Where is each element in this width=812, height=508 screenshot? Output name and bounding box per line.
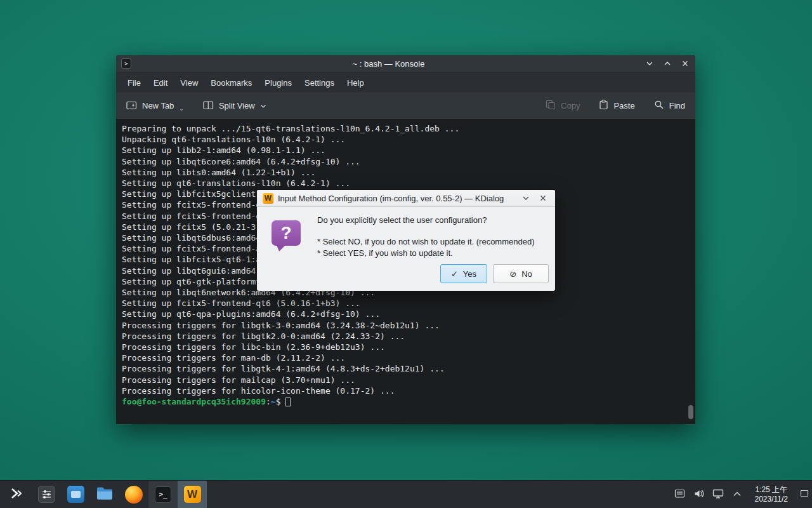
taskbar: >_ W (0, 480, 812, 508)
pinned-app-button[interactable] (61, 481, 90, 508)
terminal-line: Processing triggers for mailcap (3.70+nm… (122, 375, 690, 385)
notifications-icon (674, 488, 685, 501)
split-view-chevron-icon (260, 101, 266, 110)
system-tray: 1:25 上午 2023/11/2 (671, 481, 812, 508)
paste-label: Paste (613, 101, 634, 110)
terminal-line: Unpacking qt6-translations-l10n (6.4.2-1… (122, 134, 690, 145)
prompt-path: ~ (271, 397, 276, 406)
display-button[interactable] (709, 481, 727, 508)
display-icon (712, 488, 724, 501)
paste-button[interactable]: Paste (599, 100, 634, 112)
kdialog-close-button[interactable] (537, 194, 549, 202)
copy-button[interactable]: Copy (546, 100, 580, 112)
kdialog-button-row: ✓ Yes ⊘ No (440, 264, 549, 283)
new-tab-label: New Tab (142, 101, 174, 110)
yes-button[interactable]: ✓ Yes (440, 264, 487, 283)
volume-button[interactable] (690, 481, 708, 508)
split-view-label: Split View (219, 101, 255, 110)
search-icon (654, 100, 664, 112)
prompt-symbol: $ (276, 397, 281, 406)
menu-file[interactable]: File (121, 74, 147, 91)
kdialog-body: ? Do you explicitly select the user conf… (257, 207, 555, 291)
find-label: Find (669, 101, 685, 110)
konsole-titlebar[interactable]: > ~ : bash — Konsole (116, 55, 695, 72)
kdialog-titlebar[interactable]: W Input Method Configuration (im-config,… (257, 190, 555, 207)
terminal-scrollbar-thumb[interactable] (688, 405, 693, 419)
tray-expander-button[interactable] (728, 481, 746, 508)
terminal-line: Setting up libqt6core6:amd64 (6.4.2+dfsg… (122, 156, 690, 167)
question-mark-icon: ? (272, 220, 301, 246)
close-button[interactable] (681, 60, 689, 67)
dialog-bullet-yes: * Select YES, if you wish to update it. (317, 248, 550, 259)
menu-plugins[interactable]: Plugins (258, 74, 298, 91)
check-icon: ✓ (451, 269, 458, 279)
terminal-cursor (285, 398, 291, 406)
find-button[interactable]: Find (654, 100, 685, 112)
terminal-line: Setting up qt6-qpa-plugins:amd64 (6.4.2+… (122, 309, 690, 319)
konsole-icon: >_ (155, 486, 171, 503)
menu-settings[interactable]: Settings (298, 74, 341, 91)
clock-time: 1:25 上午 (755, 485, 789, 495)
maximize-button[interactable] (664, 60, 671, 67)
copy-label: Copy (561, 101, 580, 110)
minimize-button[interactable] (646, 60, 653, 67)
konsole-task-button[interactable]: >_ (148, 481, 178, 508)
new-tab-menu-chevron-icon: ⌄ (179, 105, 184, 112)
kdialog-task-button[interactable]: W (178, 481, 207, 508)
no-entry-icon: ⊘ (509, 269, 516, 279)
desktop: > ~ : bash — Konsole File Edit View Book… (0, 0, 812, 508)
dialog-question-text: Do you explicitly select the user config… (317, 215, 550, 225)
terminal-line: Processing triggers for libgtk-4-1:amd64… (122, 363, 690, 374)
window-controls (646, 60, 690, 67)
new-tab-button[interactable]: New Tab ⌄ (126, 100, 184, 112)
terminal-line: Preparing to unpack .../15-qt6-translati… (122, 123, 690, 134)
no-button[interactable]: ⊘ No (493, 264, 549, 283)
terminal-line: Processing triggers for libc-bin (2.36-9… (122, 342, 690, 352)
panel-widget-button[interactable] (32, 481, 61, 508)
terminal-line: Setting up libb2-1:amd64 (0.98.1-1.1) ..… (122, 145, 690, 156)
prompt-colon: : (266, 397, 271, 406)
app-launcher-icon (10, 486, 25, 502)
im-config-task-icon: W (184, 486, 201, 503)
prompt-user-host: foo@foo-standardpcq35ich92009 (122, 397, 266, 406)
toolbar: New Tab ⌄ Split View Copy (116, 93, 695, 119)
terminal-line: Processing triggers for man-db (2.11.2-2… (122, 352, 690, 363)
yes-button-label: Yes (463, 269, 476, 279)
menubar: File Edit View Bookmarks Plugins Setting… (116, 72, 695, 93)
no-button-label: No (521, 269, 532, 279)
terminal-line: Setting up fcitx5-frontend-qt6 (5.0.16-1… (122, 298, 690, 309)
terminal-line: Setting up libts0:amd64 (1.22-1+b1) ... (122, 167, 690, 178)
copy-icon (546, 100, 556, 112)
question-mark-glyph: ? (280, 223, 291, 243)
terminal-prompt-line: foo@foo-standardpcq35ich92009:~$ (122, 396, 690, 407)
menu-help[interactable]: Help (341, 74, 370, 91)
kdialog-window: W Input Method Configuration (im-config,… (257, 190, 555, 291)
clock-date: 2023/11/2 (755, 495, 789, 504)
menu-view[interactable]: View (174, 74, 204, 91)
digital-clock[interactable]: 1:25 上午 2023/11/2 (747, 485, 796, 504)
monitor-app-icon (67, 486, 84, 503)
volume-icon (693, 488, 705, 501)
taskbar-left: >_ W (0, 481, 207, 508)
kdialog-minimize-button[interactable] (520, 194, 532, 202)
app-launcher-button[interactable] (3, 481, 32, 508)
im-config-icon: W (263, 193, 273, 204)
monitor-screen (71, 491, 81, 498)
firefox-button[interactable] (119, 481, 148, 508)
terminal-line: Processing triggers for libgtk2.0-0:amd6… (122, 331, 690, 342)
firefox-icon (125, 486, 143, 504)
toolbar-right-group: Copy Paste Find (546, 100, 685, 112)
dialog-bullet-no: * Select NO, if you do not wish to updat… (317, 236, 550, 248)
chevron-up-icon (733, 490, 742, 499)
menu-bookmarks[interactable]: Bookmarks (204, 74, 258, 91)
kdialog-message: Do you explicitly select the user config… (317, 215, 550, 259)
menu-edit[interactable]: Edit (147, 74, 174, 91)
window-title: ~ : bash — Konsole (135, 59, 642, 69)
file-manager-button[interactable] (90, 481, 119, 508)
terminal-line: Processing triggers for hicolor-icon-the… (122, 385, 690, 396)
notifications-button[interactable] (671, 481, 689, 508)
split-view-icon (203, 100, 214, 112)
new-tab-icon (126, 100, 137, 112)
split-view-button[interactable]: Split View (203, 100, 266, 112)
show-desktop-button[interactable] (797, 490, 811, 499)
